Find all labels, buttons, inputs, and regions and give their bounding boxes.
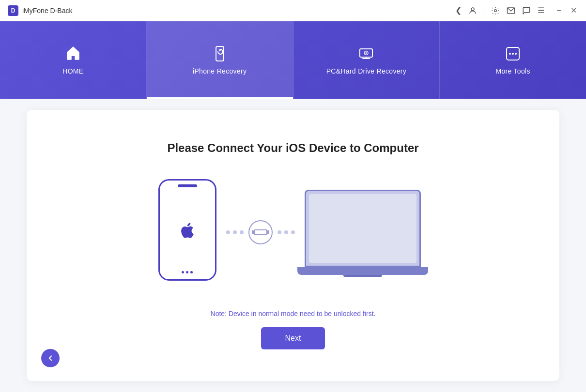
cable-dot-5 [284, 230, 288, 234]
cable-left-dots [226, 230, 244, 234]
svg-point-10 [509, 53, 511, 55]
nav-label-iphone-recovery: iPhone Recovery [193, 67, 247, 75]
svg-point-12 [515, 53, 517, 55]
cable-dot-3 [240, 230, 244, 234]
svg-point-11 [512, 53, 514, 55]
svg-point-1 [494, 9, 497, 12]
laptop-screen-inner [309, 194, 416, 263]
main-content: Please Connect Your iOS Device to Comput… [0, 99, 586, 392]
connect-title: Please Connect Your iOS Device to Comput… [167, 141, 418, 155]
cable-right-dots [278, 230, 295, 234]
apple-logo-icon [178, 221, 197, 244]
nav-label-more-tools: More Tools [496, 67, 530, 75]
chat-icon[interactable] [522, 6, 531, 15]
share-icon[interactable]: ❮ [455, 6, 462, 15]
phone-notch [178, 184, 197, 187]
connector-plug [254, 229, 267, 235]
phone-illustration [158, 179, 221, 286]
note-text: Note: Device in normal mode need to be u… [211, 310, 376, 317]
close-button[interactable]: ✕ [569, 6, 578, 15]
dot-2 [186, 271, 188, 273]
svg-point-0 [471, 8, 474, 11]
app-title: iMyFone D-Back [22, 7, 72, 15]
nav-item-pc-recovery[interactable]: PC&Hard Drive Recovery [293, 21, 440, 99]
window-controls: − ✕ [554, 6, 578, 15]
mail-icon[interactable] [507, 6, 515, 15]
titlebar: D iMyFone D-Back ❮ ☰ − ✕ [0, 0, 586, 21]
dot-1 [182, 271, 184, 273]
cable-connector [248, 220, 273, 244]
user-icon[interactable] [468, 6, 477, 15]
next-button[interactable]: Next [261, 327, 325, 349]
svg-point-6 [366, 52, 367, 54]
laptop-base [297, 267, 428, 275]
nav-item-home[interactable]: HOME [0, 21, 147, 99]
pc-recovery-icon [357, 45, 375, 62]
menu-icon[interactable]: ☰ [538, 6, 544, 15]
connect-illustration [158, 179, 428, 286]
cable-dot-4 [278, 230, 281, 234]
titlebar-left: D iMyFone D-Back [8, 5, 72, 16]
content-panel: Please Connect Your iOS Device to Comput… [27, 110, 559, 381]
nav-label-home: HOME [62, 67, 83, 75]
phone-body [158, 179, 216, 281]
nav-label-pc-recovery: PC&Hard Drive Recovery [326, 67, 406, 75]
app-logo: D [8, 5, 18, 16]
nav-item-more-tools[interactable]: More Tools [440, 21, 586, 99]
laptop-illustration [305, 190, 428, 275]
cable-dot-2 [233, 230, 237, 234]
back-button[interactable] [41, 349, 60, 367]
dot-3 [190, 271, 193, 273]
settings-icon[interactable] [491, 6, 500, 15]
minimize-button[interactable]: − [554, 6, 564, 15]
titlebar-right: ❮ ☰ − ✕ [455, 6, 578, 15]
cable-dot-1 [226, 230, 230, 234]
cable-dot-6 [291, 230, 295, 234]
home-icon [64, 45, 82, 62]
titlebar-divider [484, 6, 484, 15]
laptop-screen [305, 190, 421, 267]
navbar: HOME iPhone Recovery PC&Hard Drive Recov… [0, 21, 586, 99]
more-tools-icon [504, 45, 522, 62]
phone-bottom-dots [182, 271, 193, 273]
iphone-recovery-icon [211, 45, 229, 62]
nav-item-iphone-recovery[interactable]: iPhone Recovery [147, 21, 293, 99]
